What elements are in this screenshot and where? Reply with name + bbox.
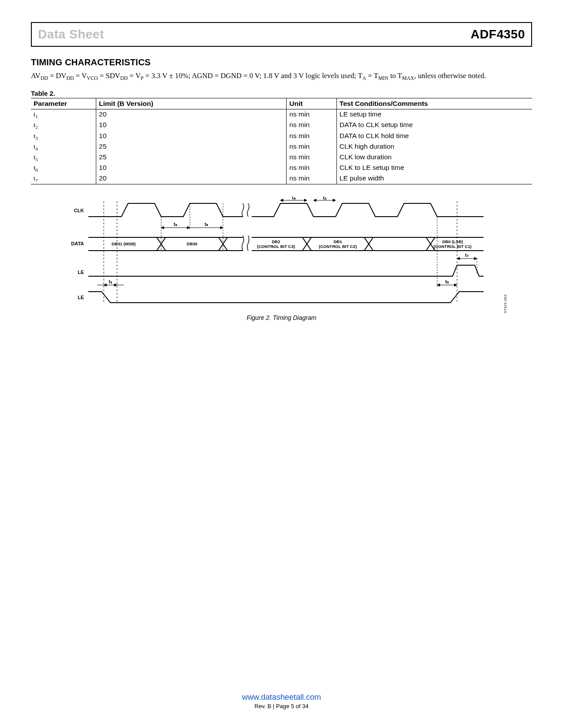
- table-row: t120ns minLE setup time: [31, 109, 532, 120]
- data-bit-1: DB30: [187, 241, 197, 246]
- th-parameter: Parameter: [31, 98, 96, 109]
- th-conditions: Test Conditions/Comments: [336, 98, 532, 109]
- footer-revision: Rev. B | Page 5 of 34: [0, 703, 563, 709]
- table-caption: Table 2.: [31, 90, 532, 97]
- label-t4: t₄: [292, 197, 296, 200]
- svg-marker-32: [457, 257, 460, 260]
- footer: www.datasheetall.com Rev. B | Page 5 of …: [0, 693, 563, 709]
- svg-marker-11: [187, 226, 190, 229]
- label-t7: t₇: [465, 252, 469, 258]
- label-data: DATA: [71, 241, 84, 246]
- header-left: Data Sheet: [38, 27, 104, 41]
- svg-marker-42: [454, 284, 457, 286]
- label-t6: t₆: [445, 279, 449, 284]
- timing-table: Parameter Limit (B Version) Unit Test Co…: [31, 98, 532, 184]
- table-row: t610ns minCLK to LE setup time: [31, 163, 532, 173]
- test-conditions: AVDD = DVDD = VVCO = SDVDD = VP = 3.3 V …: [31, 71, 532, 82]
- data-bit-2: DB2: [272, 239, 280, 244]
- label-le-1: LE: [78, 270, 84, 275]
- svg-marker-7: [314, 199, 316, 202]
- th-limit: Limit (B Version): [96, 98, 287, 109]
- table-row: t425ns minCLK high duration: [31, 142, 532, 152]
- figure-docnum: 07325-002: [503, 294, 507, 313]
- figure-wrap: CLK t₄ t₅: [57, 197, 506, 321]
- footer-link[interactable]: www.datasheetall.com: [242, 693, 321, 702]
- svg-marker-36: [104, 284, 106, 286]
- data-ctrl-4: (CONTROL BIT C1): [434, 244, 472, 249]
- svg-marker-5: [304, 199, 307, 202]
- timing-diagram: CLK t₄ t₅: [57, 197, 499, 311]
- label-t5: t₅: [323, 197, 327, 200]
- header-right: ADF4350: [471, 27, 525, 41]
- svg-marker-33: [474, 257, 477, 260]
- label-t3: t₃: [204, 221, 208, 227]
- svg-marker-10: [161, 226, 164, 229]
- data-bit-3: DB1: [333, 239, 342, 244]
- data-ctrl-3: (CONTROL BIT C2): [319, 244, 357, 249]
- data-ctrl-2: (CONTROL BIT C3): [257, 244, 295, 249]
- label-le-2: LE: [78, 295, 84, 300]
- header-bar: Data Sheet ADF4350: [31, 22, 532, 47]
- data-bit-4: DB0 (LSB): [442, 239, 463, 244]
- svg-marker-4: [280, 199, 283, 202]
- table-row: t210ns minDATA to CLK setup time: [31, 120, 532, 131]
- figure-caption: Figure 2. Timing Diagram: [57, 314, 506, 321]
- table-row: t310ns minDATA to CLK hold time: [31, 131, 532, 142]
- svg-marker-8: [333, 199, 336, 202]
- label-clk: CLK: [74, 208, 84, 213]
- svg-marker-41: [437, 284, 440, 286]
- data-bit-0: DB31 (MSB): [112, 241, 136, 246]
- section-title: TIMING CHARACTERISTICS: [31, 57, 532, 68]
- label-t1: t₁: [109, 279, 113, 284]
- svg-marker-37: [114, 284, 117, 286]
- svg-marker-13: [220, 226, 223, 229]
- table-row: t525ns minCLK low duration: [31, 152, 532, 163]
- label-t2: t₂: [174, 221, 177, 227]
- table-row: t720ns minLE pulse width: [31, 173, 532, 184]
- th-unit: Unit: [287, 98, 337, 109]
